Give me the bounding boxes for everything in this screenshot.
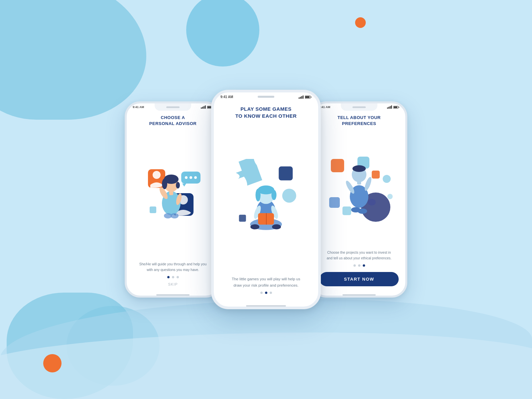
status-icons-center [299,95,312,99]
home-bar-center [246,305,286,307]
svg-point-4 [153,171,161,179]
svg-point-16 [176,182,180,189]
home-bar-right [342,294,376,296]
dot-2-center [265,292,267,294]
svg-marker-11 [182,184,186,187]
dot-2-left [172,276,174,278]
svg-rect-59 [372,171,380,179]
svg-rect-45 [331,159,344,172]
dots-right [353,264,365,267]
signal-icon-left [201,105,206,109]
background-blob-4 [186,0,259,66]
accent-dot-top [355,17,366,28]
svg-point-36 [255,189,260,201]
svg-point-37 [271,190,276,200]
svg-point-48 [387,194,393,199]
svg-point-10 [194,176,197,179]
svg-point-22 [171,213,179,218]
status-bar-left: 9:41 AM [127,103,219,109]
signal-icon-right [387,105,392,109]
home-bar-left [156,294,190,296]
svg-point-8 [185,176,188,179]
phone-desc-left: She/He will guide you through and help y… [137,261,209,273]
svg-point-50 [368,199,376,205]
background-blob-1 [0,0,146,120]
signal-icon-center [299,95,304,99]
phone-desc-center: The little games you will play will help… [229,276,303,288]
svg-point-54 [352,165,366,172]
svg-rect-1 [207,106,211,108]
dot-1-center [260,292,263,294]
phone-right: 9:41 AM TELL ABOUT YOUR PREFERENCES [311,101,407,298]
svg-point-30 [250,224,259,229]
dot-1-right [353,264,356,267]
dot-3-center [270,292,272,294]
svg-point-31 [272,224,281,229]
phone-title-center: PLAY SOME GAMES TO KNOW EACH OTHER [235,105,297,119]
illustration-right [324,131,394,247]
advisor-illustration [140,160,206,230]
svg-rect-20 [169,191,173,195]
svg-rect-43 [394,106,397,108]
preferences-illustration [324,154,394,224]
battery-icon-center [305,95,312,99]
svg-rect-25 [311,96,312,97]
dots-left [167,276,179,278]
svg-point-15 [162,179,167,189]
phone-content-right: TELL ABOUT YOUR PREFERENCES [313,112,405,292]
status-bar-right: 9:41 AM [313,103,405,109]
svg-rect-28 [239,214,246,221]
svg-point-9 [190,176,192,179]
svg-rect-41 [266,213,267,224]
svg-point-27 [282,189,296,202]
phones-container: 9:41 AM CHOOSE A PERSONAL ADVISOR [125,90,407,309]
status-time-left: 9:41 AM [133,105,144,109]
phone-center: 9:41 AM PLAY SOME GAMES TO KNOW EACH OTH [211,90,321,309]
phone-desc-right: Choose the projects you want to invest i… [324,250,394,261]
games-illustration [229,159,303,239]
illustration-left [140,131,206,259]
svg-rect-52 [342,206,351,215]
skip-button[interactable]: SKIP [168,282,178,286]
status-time-center: 9:41 AM [220,95,233,99]
svg-point-61 [358,208,367,214]
phone-title-left: CHOOSE A PERSONAL ADVISOR [149,115,197,127]
svg-rect-51 [329,197,340,208]
dot-3-left [177,276,179,278]
illustration-center [229,124,303,273]
start-now-button[interactable]: START NOW [320,272,399,286]
phone-title-right: TELL ABOUT YOUR PREFERENCES [337,115,381,127]
svg-rect-55 [357,181,361,185]
status-icons-right [387,105,399,109]
accent-dot-bottom [43,354,62,372]
battery-icon-right [393,106,399,109]
phone-content-left: CHOOSE A PERSONAL ADVISOR [127,112,219,292]
phone-content-center: PLAY SOME GAMES TO KNOW EACH OTHER [214,102,318,303]
svg-point-47 [383,175,391,183]
svg-rect-24 [305,96,310,98]
phone-left: 9:41 AM CHOOSE A PERSONAL ADVISOR [125,101,221,298]
svg-rect-26 [279,166,293,180]
svg-rect-12 [150,206,156,213]
status-bar-center: 9:41 AM [214,92,318,99]
dots-center [260,292,272,294]
dot-2-right [358,264,360,267]
svg-rect-44 [399,107,399,108]
dot-3-right [363,264,365,267]
dot-1-left [167,276,170,278]
